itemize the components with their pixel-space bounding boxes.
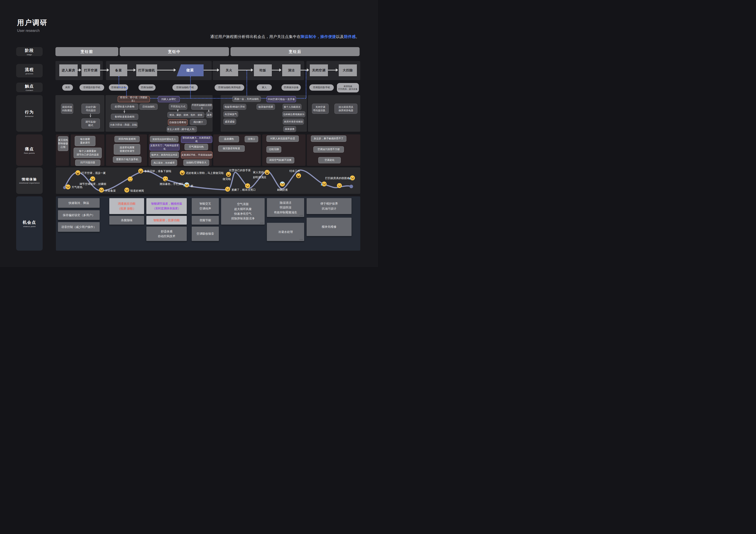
stage-before-cooking: 烹饪前 [55, 47, 118, 56]
sidebar-behavior-zh: 行为 [25, 110, 34, 115]
behavior-cook-tired: 做菜做的很累 [256, 104, 275, 110]
pain-everyone-adjust: 每个人都要重新 调节自己舒适的温度 [74, 147, 102, 158]
behavior-heavy-labor: 大体力劳动（和面，剁馅 [109, 122, 138, 128]
behavior-serve-food: 盛菜盛饭 [223, 119, 236, 124]
behavior-wash-video: 边刷碗边看视频娱乐 [283, 111, 305, 117]
sidebar-behavior-en: Behavior [25, 115, 34, 117]
emoji-sweat-icon [90, 176, 95, 181]
connector-dotted-line [295, 98, 306, 99]
sidebar-stage-en: stage [27, 54, 32, 56]
sidebar-emotion-en: emotional experience [19, 182, 40, 184]
sidebar-pain-zh: 痛点 [25, 146, 34, 152]
arrow-icon [328, 70, 338, 70]
emotion-label: 调节空调温度，好麻烦 [79, 182, 106, 186]
pain-oil-cleaning: 空调油污清理不方便 [313, 146, 344, 152]
opportunity-entertainment: 消遣娱乐功能 （投屏 放歌） [109, 198, 144, 214]
emoji-slight-frown-icon [245, 183, 250, 188]
opportunity-dehumidify: 除湿清洁 恒温恒湿 有效抑制霉菌滋生 A305 [267, 198, 304, 217]
process-step-eating: 吃饭 [254, 65, 272, 76]
keyword-cooling: 降温制冷， [301, 35, 320, 39]
pain-wet-hands-phone: 反复调试手机，手湿湿油油的 [181, 151, 213, 158]
page-subtitle: User research [17, 29, 48, 33]
emotion-label: 还好有家人帮助，马上要做完啦 [186, 171, 224, 175]
emoji-grinning-icon [75, 170, 80, 175]
touchpoint-family: 家人 [257, 84, 272, 91]
behavior-wipe-sweat: 偶尔擦汗 [190, 119, 206, 125]
process-step-turn-off-fire: 关火 [220, 65, 238, 76]
emotion-label: 好吃很满足 [253, 175, 266, 179]
emoji-grinning-icon [296, 173, 301, 178]
sidebar-emotion-zh: 情绪体验 [22, 177, 37, 181]
opportunity-condensate: 冷凝水处理 A305 [267, 223, 304, 241]
emoji-star-struck-icon [138, 169, 143, 174]
behavior-watch-tutorial: 边做饭边看教程 [168, 119, 188, 125]
opportunity-sterilize: 杀菌除味 [109, 216, 144, 225]
arrow-icon [301, 70, 309, 70]
pain-dust-allergy: 灰尘多，鼻子敏感的受不了 [311, 136, 346, 142]
connector-dotted-line [126, 87, 127, 96]
sidebar-item-painpoints: 痛点 Pain points [16, 134, 43, 166]
pain-sticky-air: 厨房空气粘腻不清爽 [266, 157, 294, 163]
sidebar-contact-en: Contact [26, 89, 33, 91]
stage-after-cooking: 烹饪后 [230, 47, 360, 56]
behavior-complex-smell: 食材味道复杂难闻 [111, 114, 138, 120]
pain-family-temp: 对家人来说温度不合适 [266, 136, 299, 142]
watermark-code: A305 [260, 222, 263, 224]
arrow-icon [100, 70, 109, 70]
opportunity-inverter: 变频节能 [192, 216, 219, 225]
emoji-tired-icon [99, 188, 104, 193]
process-step-turn-on-ac: 打开空调 [81, 65, 100, 76]
opportunity-comfort-airflow: 舒适体感 自动控风技术 [146, 227, 187, 241]
emoji-downcast-sweat-icon [322, 181, 327, 186]
watermark-code: A305 [299, 239, 303, 240]
pain-power-worry: 害怕耗电量大，出厨房就关机 [181, 136, 212, 143]
emoji-anxious-sweat-icon [184, 182, 189, 187]
behavior-start-hood: 启动油烟机 [139, 104, 158, 110]
touchpoint-ac-entertainment-2: 空调/娱乐设备 [282, 84, 301, 91]
opportunity-fresh-air: 空气清新 超大循环风量 快速净化空气 排除异味清新洁净 A305 [221, 198, 265, 225]
touchpoint-remote-phone-2: 空调遥控器/手机 [309, 84, 334, 91]
arrow-icon [127, 70, 135, 70]
behavior-smelly-food: 处理味道大的食物 [111, 104, 138, 110]
watermark-code: A305 [299, 215, 303, 216]
stage-during-cooking: 烹饪中 [120, 47, 229, 56]
behavior-cooking-methods: 不同烹饪方式 [169, 104, 187, 110]
sidebar-process-zh: 流程 [25, 67, 34, 72]
behavior-smoke-break: 再抽一会，关闭油烟机 [232, 96, 261, 102]
arrow-icon [238, 70, 253, 70]
emoji-grin-sweat-icon [180, 170, 185, 175]
sidebar-item-emotion: 情绪体验 emotional experience [16, 167, 43, 194]
emotion-panel: 打开空调，清凉一夏 天气很热 调节空调温度，好麻烦 开始备菜 味道好难闻 备菜完… [56, 167, 360, 194]
emotion-label: 累 [191, 184, 193, 188]
process-step-enter-kitchen: 进入厨房 [59, 65, 78, 76]
emotion-label: 欣赏自己的拿手菜 [229, 169, 251, 172]
emotion-label: 刷碗好累 [277, 188, 288, 192]
process-step-prep-food: 备菜 [110, 65, 127, 76]
sidebar-item-contact: 触点 Contact [16, 83, 43, 92]
connector-dotted-line [179, 98, 232, 99]
pain-loud-noise: 噪声大，厨房内无法对话 [150, 152, 179, 158]
sidebar-item-behavior: 行为 Behavior [16, 95, 43, 132]
behavior-ask-family: 找家人来帮忙 [158, 96, 180, 102]
opportunity-smart-recipe: 智能菜谱，投屏功能 [146, 216, 187, 225]
touchpoint-remote-phone: 空调遥控器/手机 [79, 84, 104, 91]
behavior-cook-types: 煲汤、爆炒、烘烤、煎炸、烘焙 [168, 112, 204, 118]
emoji-anguished-icon [225, 187, 230, 192]
emotion-label: 结束工作 [289, 169, 300, 173]
opportunity-fast-cooling: 快速制冷、降温 [58, 198, 100, 208]
behavior-ac-keeps-on: 中间空调可能会一直开着 [266, 96, 296, 102]
annotation-suffix: 。 [356, 35, 360, 39]
emotion-label: 打扫厨房真的很困难 [325, 176, 349, 180]
sidebar-item-stage: 阶段 stage [16, 47, 43, 56]
arrow-icon [203, 70, 219, 70]
emoji-beaming-icon [265, 170, 270, 175]
sidebar-stage-zh: 阶段 [25, 48, 34, 53]
pain-humid-stuffy: 空气潮湿闷热 [184, 144, 208, 150]
behavior-kitchen-env: 厨房环境 闷热潮湿 [61, 104, 73, 114]
process-step-cooking: 做菜 [177, 65, 203, 76]
sidebar-item-process: 流程 process [16, 64, 43, 77]
behavior-pressure-pot: 高压锅放气 [223, 111, 238, 117]
curve-end-dot [349, 185, 353, 188]
process-step-turn-off-ac: 关闭空调 [310, 65, 328, 76]
emoji-sob-icon [350, 175, 355, 180]
